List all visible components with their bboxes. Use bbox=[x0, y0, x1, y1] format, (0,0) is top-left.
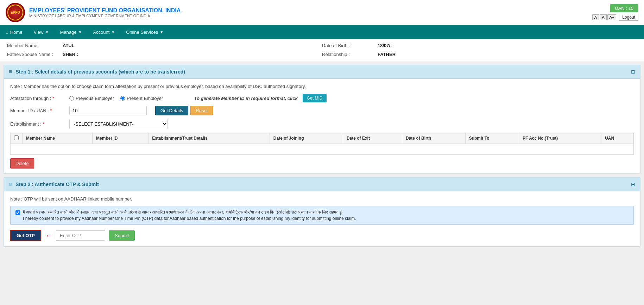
member-name-row: Member Name : ATUL bbox=[7, 42, 322, 49]
font-medium-btn[interactable]: A bbox=[600, 14, 606, 20]
relationship-label: Relationship : bbox=[322, 52, 375, 57]
dob-value: 18/07/: bbox=[378, 43, 392, 48]
col-date-joining: Date of Joining bbox=[270, 133, 343, 144]
nav-account[interactable]: Account ▼ bbox=[87, 25, 120, 39]
table-header-row: Member Name Member ID Establishment/Trus… bbox=[11, 133, 633, 144]
select-all-checkbox[interactable] bbox=[14, 135, 19, 140]
step1-table: Member Name Member ID Establishment/Trus… bbox=[11, 133, 633, 154]
step2-menu-icon: ≡ bbox=[9, 181, 12, 188]
father-name-row: Father/Spouse Name : SHER : bbox=[7, 51, 322, 58]
member-name-value: ATUL bbox=[63, 43, 75, 48]
step1-header: ≡ Step 1 : Select details of previous ac… bbox=[4, 65, 640, 79]
consent-row: मैं अपनी पहचान स्थापित करने और ऑनलाइन दा… bbox=[15, 210, 629, 221]
col-member-name: Member Name bbox=[23, 133, 93, 144]
col-member-id: Member ID bbox=[93, 133, 149, 144]
header-actions: A A A+ Logout bbox=[592, 14, 638, 21]
col-submit-to: Submit To bbox=[465, 133, 519, 144]
member-name-label: Member Name : bbox=[7, 43, 60, 48]
header-title: EMPLOYEES' PROVIDENT FUND ORGANISATION, … bbox=[29, 7, 181, 18]
font-size-controls: A A A+ bbox=[592, 14, 616, 20]
get-otp-button[interactable]: Get OTP bbox=[10, 230, 41, 241]
nav-manage[interactable]: Manage ▼ bbox=[54, 25, 87, 39]
step1-content: Note : Member has the option to choose c… bbox=[4, 79, 640, 173]
member-id-label: Member ID / UAN : * bbox=[10, 108, 67, 113]
org-name: EMPLOYEES' PROVIDENT FUND ORGANISATION, … bbox=[29, 7, 181, 14]
member-info-bar: Member Name : ATUL Date of Birth : 18/07… bbox=[0, 39, 644, 61]
org-logo: EPFO bbox=[6, 3, 25, 22]
arrow-indicator: ← bbox=[45, 231, 52, 240]
attestation-row: Attestation through : * Previous Employe… bbox=[10, 94, 634, 102]
delete-row: Delete bbox=[10, 158, 634, 169]
nav-online-services[interactable]: Online Services ▼ bbox=[120, 25, 169, 39]
col-date-exit: Date of Exit bbox=[343, 133, 402, 144]
step2-collapse-btn[interactable]: ⊟ bbox=[631, 182, 635, 187]
consent-box: मैं अपनी पहचान स्थापित करने और ऑनलाइन दा… bbox=[10, 206, 634, 225]
establishment-label: Establishment : * bbox=[10, 121, 67, 127]
attestation-label: Attestation through : * bbox=[10, 96, 67, 101]
relationship-value: FATHER bbox=[378, 52, 396, 57]
previous-employer-radio[interactable]: Previous Employer bbox=[69, 96, 114, 101]
member-id-row: Member ID / UAN : * Get Details Reset bbox=[10, 106, 634, 115]
step1-menu-icon: ≡ bbox=[9, 69, 12, 75]
header-left: EPFO EMPLOYEES' PROVIDENT FUND ORGANISAT… bbox=[6, 3, 181, 22]
empty-row bbox=[11, 144, 633, 154]
present-employer-radio[interactable]: Present Employer bbox=[120, 96, 163, 101]
dob-label: Date of Birth : bbox=[322, 43, 375, 48]
step1-note: Note : Member has the option to choose c… bbox=[10, 84, 634, 89]
step2-header: ≡ Step 2 : Authenticate OTP & Submit ⊟ bbox=[4, 178, 640, 191]
org-sub: MINISTRY OF LABOUR & EMPLOYMENT, GOVERNM… bbox=[29, 14, 181, 18]
member-id-input[interactable] bbox=[69, 106, 147, 115]
header: EPFO EMPLOYEES' PROVIDENT FUND ORGANISAT… bbox=[0, 0, 644, 25]
consent-checkbox[interactable] bbox=[15, 210, 20, 215]
relationship-row: Relationship : FATHER bbox=[322, 51, 637, 58]
previous-employer-input[interactable] bbox=[69, 96, 74, 101]
consent-text: मैं अपनी पहचान स्थापित करने और ऑनलाइन दा… bbox=[23, 210, 356, 221]
navbar: ⌂ Home View ▼ Manage ▼ Account ▼ Online … bbox=[0, 25, 644, 39]
font-small-btn[interactable]: A bbox=[592, 14, 599, 20]
delete-button[interactable]: Delete bbox=[10, 158, 34, 169]
col-pf-acc: PF Acc No.(Trust) bbox=[519, 133, 601, 144]
table-body bbox=[11, 144, 633, 154]
get-mid-text: To generate Member ID in required format… bbox=[194, 96, 297, 101]
otp-row: Get OTP ← Submit bbox=[10, 230, 634, 241]
get-mid-button[interactable]: Get MID bbox=[303, 94, 327, 102]
col-date-birth: Date of Birth bbox=[402, 133, 466, 144]
father-name-label: Father/Spouse Name : bbox=[7, 52, 60, 57]
action-buttons: Get Details Reset bbox=[155, 106, 213, 115]
dob-row: Date of Birth : 18/07/: bbox=[322, 42, 637, 49]
nav-home[interactable]: ⌂ Home bbox=[0, 25, 28, 39]
consent-english: I hereby consent to provide my Aadhaar N… bbox=[23, 216, 356, 221]
col-checkbox bbox=[11, 133, 23, 144]
col-establishment: Establishment/Trust Details bbox=[149, 133, 270, 144]
get-mid-group: To generate Member ID in required format… bbox=[194, 94, 327, 102]
col-uan: UAN bbox=[601, 133, 633, 144]
logout-button[interactable]: Logout bbox=[619, 14, 638, 21]
font-large-btn[interactable]: A+ bbox=[607, 14, 617, 20]
otp-input[interactable] bbox=[56, 230, 105, 241]
step2-section: ≡ Step 2 : Authenticate OTP & Submit ⊟ N… bbox=[4, 177, 640, 247]
step1-collapse-btn[interactable]: ⊟ bbox=[631, 69, 635, 75]
uan-badge: UAN : 10 bbox=[610, 4, 638, 12]
establishment-row: Establishment : * -SELECT ESTABLISHMENT- bbox=[10, 119, 634, 129]
otp-note: Note : OTP will be sent on AADHAAR linke… bbox=[10, 196, 634, 202]
step1-header-left: ≡ Step 1 : Select details of previous ac… bbox=[9, 69, 185, 75]
header-right: UAN : 10 A A A+ Logout bbox=[592, 4, 638, 21]
step2-title: Step 2 : Authenticate OTP & Submit bbox=[15, 182, 99, 187]
consent-hindi: मैं अपनी पहचान स्थापित करने और ऑनलाइन दा… bbox=[23, 210, 356, 215]
step1-title: Step 1 : Select details of previous acco… bbox=[15, 69, 185, 75]
step2-header-left: ≡ Step 2 : Authenticate OTP & Submit bbox=[9, 181, 99, 188]
step1-table-container: Member Name Member ID Establishment/Trus… bbox=[10, 133, 634, 155]
step1-section: ≡ Step 1 : Select details of previous ac… bbox=[4, 65, 640, 174]
present-employer-input[interactable] bbox=[120, 96, 125, 101]
nav-view[interactable]: View ▼ bbox=[28, 25, 55, 39]
father-name-value: SHER : bbox=[63, 52, 78, 57]
step2-content: Note : OTP will be sent on AADHAAR linke… bbox=[4, 191, 640, 246]
reset-button[interactable]: Reset bbox=[190, 106, 213, 115]
get-details-button[interactable]: Get Details bbox=[155, 106, 188, 115]
attestation-radio-group: Previous Employer Present Employer bbox=[69, 96, 163, 101]
submit-button[interactable]: Submit bbox=[109, 230, 135, 241]
establishment-select[interactable]: -SELECT ESTABLISHMENT- bbox=[69, 119, 168, 129]
